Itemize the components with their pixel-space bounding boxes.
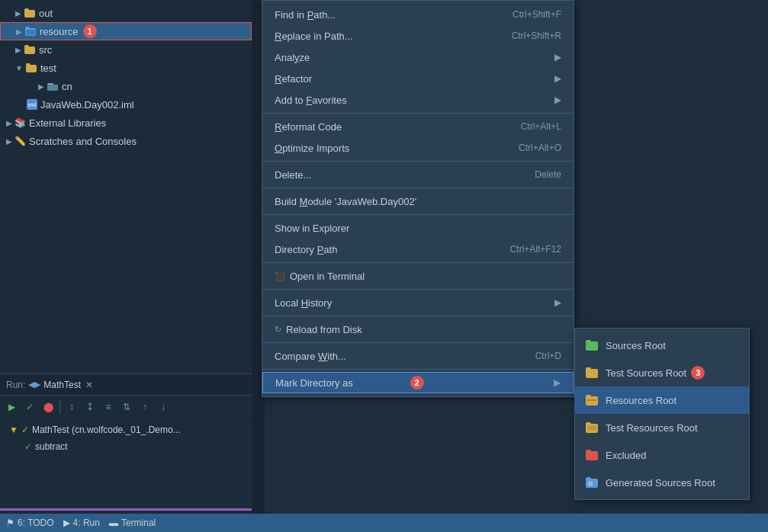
tree-label-test: test xyxy=(40,62,56,74)
tree-item-out[interactable]: ▶ out xyxy=(0,4,252,22)
arrow-icon: ▶ xyxy=(38,82,44,91)
run-tree-mathtest[interactable]: ▼ ✓ MathTest (cn.wolfcode._01_.Demo... xyxy=(6,421,246,438)
submenu-generated-sources-root[interactable]: G Generated Sources Root xyxy=(575,469,749,496)
status-bar: ⚑ 6: TODO ▶ 4: Run ▬ Terminal xyxy=(0,514,768,532)
separator xyxy=(262,161,574,162)
menu-label: Optimize Imports xyxy=(275,143,503,154)
tree-item-resource[interactable]: ▶ resource 1 xyxy=(0,22,252,40)
menu-label: Reformat Code xyxy=(275,121,506,133)
generated-sources-icon: G xyxy=(584,475,599,490)
run-panel: Run: ◀▶ MathTest ✕ ▶ ✓ ⬤ ↕ ↧ ≡ ⇅ ↑ ↓ ▼ ✓… xyxy=(0,373,252,532)
menu-label: Find in Path... xyxy=(275,9,497,21)
run-test-label: MathTest (cn.wolfcode._01_.Demo... xyxy=(32,425,181,435)
menu-label: Refactor xyxy=(275,73,554,85)
tree-label-out: out xyxy=(39,8,53,19)
tree-item-ext-lib[interactable]: ▶ 📚 External Libraries xyxy=(0,114,252,132)
arrow-down-icon: ▼ xyxy=(15,64,23,72)
test-sources-root-icon xyxy=(584,365,599,380)
tree-item-test[interactable]: ▼ test xyxy=(0,59,252,77)
folder-src-icon xyxy=(24,43,36,56)
arrow-icon: ▶ xyxy=(15,46,21,54)
submenu-test-resources-root[interactable]: Test Resources Root xyxy=(575,414,749,441)
run-filter-btn[interactable]: ≡ xyxy=(100,399,117,415)
folder-resource-icon xyxy=(24,25,37,37)
check-icon: ✓ xyxy=(24,441,32,452)
submenu-mark-dir: Sources Root Test Sources Root 3 Resourc… xyxy=(574,328,750,500)
tree-item-iml[interactable]: iml JavaWeb.Day002.iml xyxy=(0,95,252,114)
menu-refactor[interactable]: Refactor ▶ xyxy=(262,68,574,89)
folder-out-icon xyxy=(24,7,36,19)
separator xyxy=(262,289,574,290)
terminal-icon: ▬ xyxy=(109,518,118,528)
menu-open-terminal[interactable]: ⬛ Open in Terminal xyxy=(262,265,574,287)
menu-label: Analyze xyxy=(275,52,554,63)
resources-root-label: Resources Root xyxy=(606,395,676,406)
menu-find-path[interactable]: Find in Path... Ctrl+Shift+F xyxy=(262,4,574,25)
run-tree-subtract[interactable]: ✓ subtract xyxy=(6,438,246,455)
menu-label: Directory Path xyxy=(275,244,495,255)
menu-build-module[interactable]: Build Module 'JavaWeb.Day002' xyxy=(262,191,574,212)
generated-sources-root-label: Generated Sources Root xyxy=(606,477,715,489)
menu-label: Add to Favorites xyxy=(275,95,554,106)
tree-item-cn[interactable]: ▶ cn xyxy=(0,77,252,95)
menu-compare[interactable]: Compare With... Ctrl+D xyxy=(262,345,574,367)
todo-label: 6: TODO xyxy=(18,518,54,528)
terminal-label: Terminal xyxy=(121,518,156,528)
run-arrow-icon: ◀▶ xyxy=(28,380,40,389)
tree-label-cn: cn xyxy=(62,81,72,92)
tree-item-scratches[interactable]: ▶ ✏️ Scratches and Consoles xyxy=(0,132,252,150)
menu-local-history[interactable]: Local History ▶ xyxy=(262,292,574,313)
tree-item-src[interactable]: ▶ src xyxy=(0,40,252,59)
menu-label: Open in Terminal xyxy=(290,271,561,282)
menu-add-favorites[interactable]: Add to Favorites ▶ xyxy=(262,89,574,111)
file-tree: ▶ out ▶ resource 1 ▶ src ▼ test ▶ c xyxy=(0,0,252,373)
submenu-resources-root[interactable]: Resources Root xyxy=(575,386,749,414)
svg-rect-1 xyxy=(47,83,53,85)
menu-label: Show in Explorer xyxy=(275,223,561,234)
submenu-arrow-icon: ▶ xyxy=(554,95,561,105)
menu-delete[interactable]: Delete... Delete xyxy=(262,164,574,185)
run-check-btn[interactable]: ✓ xyxy=(21,399,38,415)
run-play-btn[interactable]: ▶ xyxy=(3,399,20,415)
separator xyxy=(59,400,60,414)
run-stop-btn[interactable]: ⬤ xyxy=(40,399,56,415)
separator xyxy=(262,214,574,215)
arrow-icon: ▶ xyxy=(6,137,12,146)
menu-reformat[interactable]: Reformat Code Ctrl+Alt+L xyxy=(262,116,574,137)
submenu-test-sources-root[interactable]: Test Sources Root 3 xyxy=(575,359,749,386)
badge-3: 3 xyxy=(691,366,705,380)
status-todo[interactable]: ⚑ 6: TODO xyxy=(6,518,54,528)
submenu-excluded[interactable]: Excluded xyxy=(575,441,749,469)
run-sort-btn[interactable]: ↕ xyxy=(63,399,80,415)
run-sort2-btn[interactable]: ↧ xyxy=(82,399,98,415)
run-down-btn[interactable]: ↓ xyxy=(155,399,172,415)
menu-optimize[interactable]: Optimize Imports Ctrl+Alt+O xyxy=(262,137,574,159)
submenu-sources-root[interactable]: Sources Root xyxy=(575,332,749,359)
reload-icon: ↻ xyxy=(275,325,281,335)
run-filter2-btn[interactable]: ⇅ xyxy=(118,399,135,415)
menu-shortcut: Delete xyxy=(535,169,561,180)
run-up-btn[interactable]: ↑ xyxy=(137,399,153,415)
status-run[interactable]: ▶ 4: Run xyxy=(63,518,100,528)
submenu-arrow-icon: ▶ xyxy=(554,297,561,308)
run-header: Run: ◀▶ MathTest ✕ xyxy=(0,374,252,396)
menu-show-explorer[interactable]: Show in Explorer xyxy=(262,217,574,239)
context-menu: Find in Path... Ctrl+Shift+F Replace in … xyxy=(262,0,574,397)
menu-analyze[interactable]: Analyze ▶ xyxy=(262,46,574,68)
excluded-label: Excluded xyxy=(606,450,646,461)
run-close-icon[interactable]: ✕ xyxy=(85,380,93,390)
expand-icon: ▼ xyxy=(9,425,18,435)
badge-1: 1 xyxy=(83,24,97,38)
test-resources-root-icon xyxy=(584,420,599,435)
menu-label: Replace in Path... xyxy=(275,30,496,42)
menu-reload[interactable]: ↻ Reload from Disk xyxy=(262,319,574,340)
badge-2: 2 xyxy=(410,376,424,389)
menu-dir-path[interactable]: Directory Path Ctrl+Alt+F12 xyxy=(262,239,574,260)
todo-icon: ⚑ xyxy=(6,518,14,528)
menu-mark-dir[interactable]: Mark Directory as 2 ▶ xyxy=(262,372,574,393)
resources-root-icon xyxy=(584,393,599,408)
iml-icon: iml xyxy=(27,99,37,110)
arrow-icon: ▶ xyxy=(16,27,22,36)
menu-replace-path[interactable]: Replace in Path... Ctrl+Shift+R xyxy=(262,25,574,46)
status-terminal[interactable]: ▬ Terminal xyxy=(109,518,156,528)
